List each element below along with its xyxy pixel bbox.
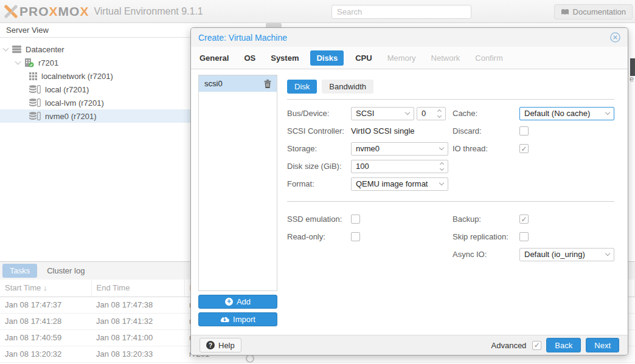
help-icon [206, 341, 215, 349]
skip-replication-checkbox[interactable] [519, 232, 529, 241]
plus-circle-icon [225, 298, 233, 306]
documentation-button[interactable]: Documentation [554, 4, 633, 19]
chevron-down-icon[interactable] [15, 59, 21, 65]
format-label: Format: [287, 179, 351, 188]
scsi-controller-value: VirtIO SCSI single [351, 126, 448, 136]
ssd-emulation-label: SSD emulation: [287, 215, 351, 224]
dialog-footer: Help Advanced Back Next [191, 335, 628, 355]
column-header-start-time[interactable]: Start Time ↓ [0, 280, 91, 297]
disk-list: scsi0 [198, 75, 277, 291]
background-panel-header-sliver [630, 58, 635, 76]
tree-item-storage-local[interactable]: local (r7201) [0, 83, 190, 96]
chevron-down-icon [405, 110, 410, 115]
tree-item-localnetwork[interactable]: localnetwork (r7201) [0, 69, 190, 83]
tab-disks[interactable]: Disks [310, 50, 344, 66]
resource-tree: Datacenter r7201 [0, 38, 190, 123]
disk-item-label: scsi0 [204, 79, 264, 88]
subtab-bandwidth[interactable]: Bandwidth [322, 80, 373, 94]
io-thread-checkbox[interactable] [519, 144, 529, 153]
spinner-icons[interactable] [440, 163, 443, 170]
import-button-label: Import [233, 315, 255, 324]
network-icon [29, 72, 37, 80]
tab-system[interactable]: System [271, 53, 299, 63]
bus-device-label: Bus/Device: [287, 109, 351, 118]
scsi-controller-label: SCSI Controller: [287, 126, 351, 136]
async-io-select[interactable]: Default (io_uring) [519, 248, 614, 261]
add-button-label: Add [237, 297, 251, 306]
bus-device-select[interactable]: SCSI [351, 107, 414, 120]
io-thread-label: IO thread: [453, 144, 519, 153]
book-icon [561, 9, 569, 16]
tree-item-datacenter[interactable]: Datacenter [0, 43, 190, 56]
ssd-emulation-checkbox[interactable] [351, 215, 360, 224]
tree-item-label: local (r7201) [45, 85, 89, 94]
cache-select[interactable]: Default (No cache) [519, 107, 614, 120]
view-selector[interactable]: Server View [0, 23, 190, 38]
tree-item-node-r7201[interactable]: r7201 [0, 56, 190, 69]
storage-icon [29, 98, 41, 107]
format-select[interactable]: QEMU image format [351, 177, 448, 191]
next-button[interactable]: Next [586, 338, 619, 352]
tree-item-label: r7201 [38, 58, 58, 67]
tab-os[interactable]: OS [244, 53, 255, 63]
tree-item-label: localnetwork (r7201) [41, 72, 113, 81]
tab-general[interactable]: General [200, 53, 229, 63]
backup-checkbox[interactable] [519, 215, 529, 224]
skip-replication-label: Skip replication: [453, 232, 519, 241]
disk-size-label: Disk size (GiB): [287, 162, 351, 171]
tab-network: Network [431, 53, 460, 63]
tab-cluster-log[interactable]: Cluster log [40, 264, 92, 278]
chevron-down-icon [439, 180, 444, 185]
back-button[interactable]: Back [546, 338, 581, 352]
help-button[interactable]: Help [200, 338, 241, 352]
storage-icon [29, 85, 41, 94]
dialog-tabbar: General OS System Disks CPU Memory Netwo… [191, 47, 628, 69]
tree-item-label: Datacenter [26, 45, 64, 54]
view-selector-label: Server View [6, 26, 49, 35]
disk-list-column: scsi0 Add [198, 75, 277, 326]
advanced-label: Advanced [491, 341, 527, 350]
storage-select[interactable]: nvme0 [351, 142, 448, 156]
read-only-checkbox[interactable] [351, 232, 360, 241]
list-item-scsi0[interactable]: scsi0 [199, 75, 277, 92]
app-version: Virtual Environment 9.1.1 [94, 6, 203, 17]
tab-cpu[interactable]: CPU [355, 53, 372, 63]
subtab-disk[interactable]: Disk [287, 80, 317, 94]
disk-form: Disk Bandwidth Bus/Device: SCSI 0 [287, 75, 614, 326]
chevron-down-icon [605, 110, 610, 115]
sort-desc-icon: ↓ [43, 283, 47, 292]
storage-label: Storage: [287, 144, 351, 153]
import-button[interactable]: Import [198, 312, 277, 326]
async-io-label: Async IO: [453, 250, 519, 259]
create-vm-dialog: Create: Virtual Machine General OS Syste… [190, 27, 628, 355]
cloud-download-icon [220, 316, 229, 323]
spinner-icons[interactable] [438, 110, 441, 117]
tab-confirm: Confirm [475, 53, 503, 63]
tree-item-storage-local-lvm[interactable]: local-lvm (r7201) [0, 96, 190, 109]
dialog-title: Create: Virtual Machine [198, 33, 287, 43]
server-icon [12, 45, 21, 53]
backup-label: Backup: [453, 215, 519, 224]
tree-item-storage-nvme0[interactable]: nvme0 (r7201) [0, 109, 190, 123]
tab-tasks[interactable]: Tasks [2, 264, 37, 278]
discard-checkbox[interactable] [519, 126, 529, 136]
proxmox-logo-icon [4, 5, 18, 18]
tree-item-label: nvme0 (r7201) [45, 112, 97, 121]
trash-icon[interactable] [264, 80, 271, 88]
proxmox-logo: PROXMOX Virtual Environment 9.1.1 [0, 4, 203, 19]
column-header-end-time[interactable]: End Time [91, 280, 184, 297]
divider [287, 201, 614, 202]
help-button-label: Help [218, 341, 235, 350]
disk-subtabs: Disk Bandwidth [287, 75, 614, 94]
search-input[interactable] [331, 5, 471, 19]
close-icon[interactable] [610, 32, 620, 43]
add-button[interactable]: Add [198, 295, 277, 309]
sidebar: Server View Datacenter [0, 23, 190, 261]
advanced-checkbox[interactable] [532, 341, 541, 350]
chevron-down-icon [439, 145, 444, 150]
chevron-down-icon[interactable] [3, 46, 9, 52]
documentation-label: Documentation [573, 7, 626, 16]
bus-number-stepper[interactable]: 0 [417, 107, 446, 120]
app-header: PROXMOX Virtual Environment 9.1.1 Docume… [0, 0, 635, 23]
disk-size-stepper[interactable]: 100 [351, 160, 448, 173]
